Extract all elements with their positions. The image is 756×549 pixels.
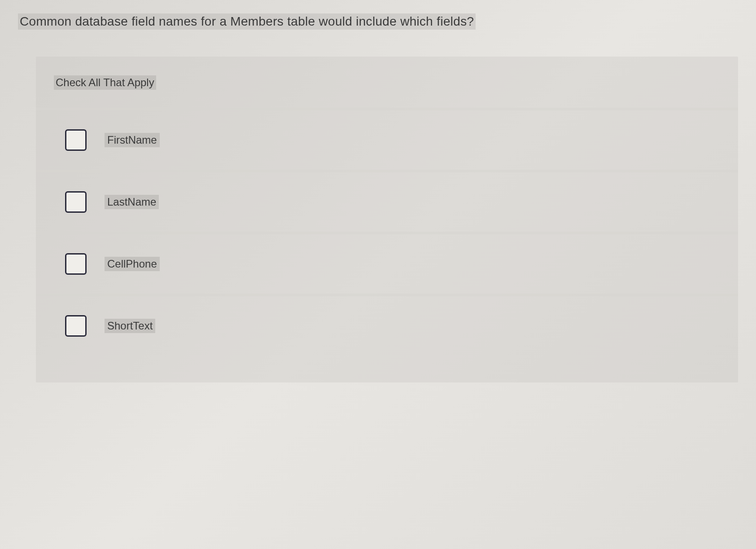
checkbox-shorttext[interactable] [65, 315, 87, 337]
checkbox-firstname[interactable] [65, 129, 87, 151]
question-prompt: Common database field names for a Member… [18, 13, 476, 30]
option-label: FirstName [105, 133, 160, 147]
option-label: CellPhone [105, 257, 160, 271]
answer-panel: Check All That Apply FirstName LastName … [36, 57, 738, 382]
instruction-label: Check All That Apply [54, 75, 156, 90]
option-label: LastName [105, 195, 159, 209]
checkbox-cellphone[interactable] [65, 253, 87, 275]
option-row-lastname[interactable]: LastName [36, 172, 738, 234]
option-label: ShortText [105, 319, 155, 333]
option-row-cellphone[interactable]: CellPhone [36, 234, 738, 296]
option-row-firstname[interactable]: FirstName [36, 110, 738, 172]
option-row-shorttext[interactable]: ShortText [36, 296, 738, 356]
checkbox-lastname[interactable] [65, 191, 87, 213]
instruction-row: Check All That Apply [36, 70, 738, 110]
